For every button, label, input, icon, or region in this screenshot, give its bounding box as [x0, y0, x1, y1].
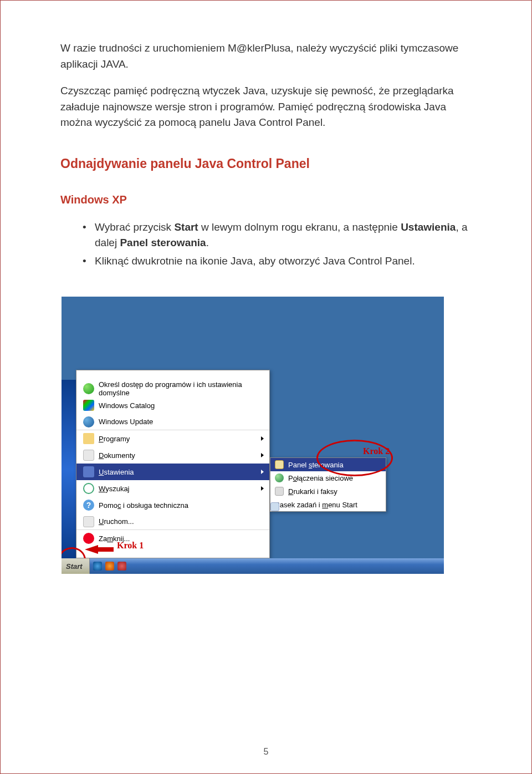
screenshot-start-menu: Windows XP Professional Określ dostęp do… — [62, 297, 444, 574]
paragraph-1: W razie trudności z uruchomieniem M@kler… — [60, 40, 479, 72]
subheading-winxp: Windows XP — [60, 194, 479, 206]
start-menu: Określ dostęp do programów i ich ustawie… — [76, 370, 270, 558]
mozilla-icon[interactable] — [117, 562, 126, 571]
run-icon — [83, 516, 94, 527]
power-icon — [83, 533, 94, 544]
paragraph-2: Czyszcząc pamięć podręczną wtyczek Java,… — [60, 83, 479, 131]
menu-item-windows-update[interactable]: Windows Update — [76, 414, 269, 430]
list-item: Wybrać przycisk Start w lewym dolnym rog… — [83, 220, 479, 251]
instruction-list: Wybrać przycisk Start w lewym dolnym rog… — [60, 220, 479, 269]
taskbar-settings-icon — [270, 502, 279, 511]
windows-flag-icon — [83, 400, 94, 411]
documents-icon — [83, 450, 94, 461]
menu-item-help[interactable]: ? Pomoc i obsługa techniczna — [76, 497, 269, 513]
page-number: 5 — [1, 747, 531, 757]
annotation-arrow-tail — [97, 547, 114, 552]
chevron-right-icon — [261, 486, 264, 491]
menu-item-search[interactable]: Wyszukaj — [76, 480, 269, 497]
taskbar: Start — [62, 558, 444, 574]
xp-sidebar-text: Windows XP Professional — [62, 453, 63, 555]
bold-start: Start — [174, 221, 198, 233]
control-panel-icon — [275, 460, 284, 469]
firefox-icon[interactable] — [105, 562, 114, 571]
programs-access-icon — [83, 383, 94, 394]
menu-item-run[interactable]: Uruchom... — [76, 513, 269, 530]
folder-icon — [83, 433, 94, 444]
menu-item-windows-catalog[interactable]: Windows Catalog — [76, 397, 269, 414]
menu-item-set-defaults[interactable]: Określ dostęp do programów i ich ustawie… — [76, 380, 269, 397]
chevron-right-icon — [261, 436, 264, 441]
chevron-right-icon — [261, 470, 264, 474]
list-item: Kliknąć dwukrotnie na ikonie Java, aby o… — [83, 253, 479, 269]
network-icon — [275, 473, 284, 482]
menu-item-settings[interactable]: Ustawienia — [76, 464, 269, 480]
bold-panel-sterowania: Panel sterowania — [120, 237, 206, 248]
xp-sidebar: Windows XP Professional — [62, 380, 76, 558]
ie-icon[interactable] — [93, 562, 102, 571]
search-icon — [83, 483, 94, 494]
printer-icon — [275, 487, 284, 496]
chevron-right-icon — [261, 453, 264, 457]
menu-item-documents[interactable]: Dokumenty — [76, 447, 269, 464]
heading-find-panel: Odnajdywanie panelu Java Control Panel — [60, 156, 479, 171]
settings-icon — [83, 466, 94, 477]
start-button[interactable]: Start — [62, 558, 90, 574]
bold-ustawienia: Ustawienia — [401, 221, 456, 233]
submenu-taskbar[interactable]: Pasek zadań i menu Start — [270, 498, 386, 511]
annotation-step-1: Krok 1 — [117, 541, 144, 551]
help-icon: ? — [83, 500, 94, 511]
annotation-circle-2 — [316, 440, 393, 476]
annotation-arrow-head — [85, 545, 98, 554]
submenu-printers[interactable]: Drukarki i faksy — [270, 485, 386, 498]
menu-item-shutdown[interactable]: Zamknij... — [76, 530, 269, 547]
windows-update-icon — [83, 416, 94, 427]
menu-item-programs[interactable]: Programy — [76, 430, 269, 447]
